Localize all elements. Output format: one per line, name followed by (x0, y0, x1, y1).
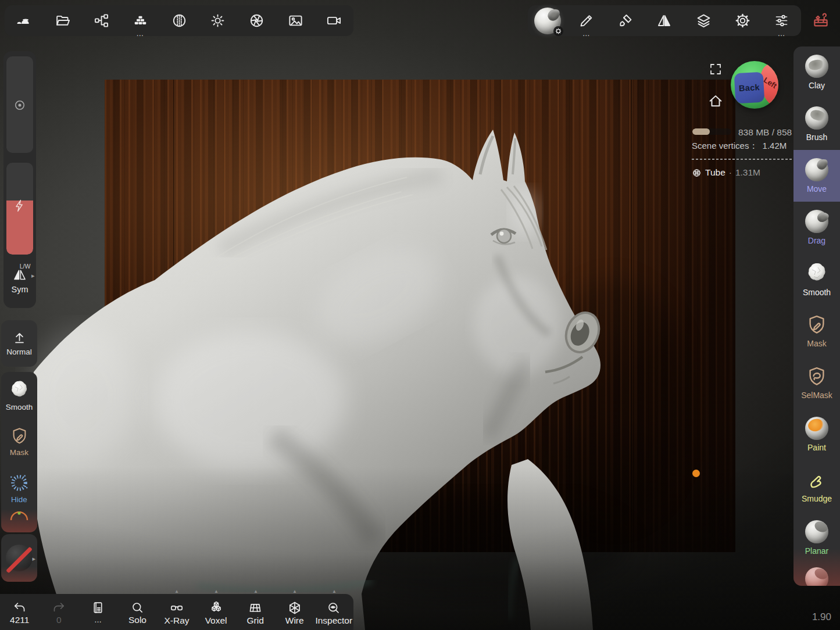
voxel-popup-caret[interactable]: ▲ (214, 589, 219, 594)
tool-label: Brush (806, 133, 828, 142)
wire-popup-caret[interactable]: ▲ (292, 589, 297, 594)
magnifier-icon (131, 601, 144, 614)
mask-shield-icon (806, 314, 828, 336)
gizmo-partial-icon[interactable] (9, 511, 29, 520)
toolbox-button[interactable] (807, 7, 834, 34)
tool-smooth[interactable]: Smooth (793, 253, 840, 305)
tool-smudge[interactable]: Smudge (793, 460, 840, 512)
history-button[interactable]: … (78, 594, 118, 630)
gear-icon (555, 28, 562, 34)
paintbrush-icon (617, 13, 633, 28)
intensity-slider[interactable] (6, 163, 33, 255)
background-image-button[interactable] (276, 5, 315, 36)
tool-label: SelMask (801, 391, 832, 400)
redo-button[interactable]: 0 (40, 594, 79, 630)
inspector-button[interactable]: Inspector (314, 594, 354, 630)
wireframe-icon (288, 601, 302, 615)
tool-brush[interactable]: Brush (793, 98, 840, 150)
matcap-sphere-icon (171, 13, 187, 28)
more-indicator: … (582, 31, 591, 36)
voxel-button[interactable]: Voxel (196, 594, 236, 630)
smudge-finger-icon (806, 469, 828, 491)
stroke-button[interactable]: … (567, 5, 606, 36)
lighting-button[interactable] (198, 5, 237, 36)
history-more: … (94, 615, 102, 625)
tool-mask[interactable]: Mask (793, 305, 840, 357)
home-view-button[interactable] (707, 93, 724, 112)
falloff-normal-button[interactable]: Normal (1, 320, 37, 367)
material-button[interactable] (160, 5, 199, 36)
wood-backdrop (105, 80, 735, 552)
sym-expand-caret[interactable]: ▸ (31, 272, 35, 280)
sym-label: Sym (3, 285, 36, 294)
tool-selmask[interactable]: SelMask (793, 357, 840, 409)
mask-label: Mask (10, 448, 28, 457)
quick-mask[interactable]: Mask (1, 418, 37, 465)
nav-back-label: Back (739, 83, 760, 93)
wood-plank-seam (631, 80, 632, 552)
nav-face-back[interactable]: Back (734, 72, 765, 104)
interface-button[interactable]: … (762, 5, 801, 36)
tool-label: Mask (807, 339, 826, 348)
symmetry-button[interactable] (645, 5, 684, 36)
camera-button[interactable] (314, 5, 353, 36)
tool-flatten-partial[interactable] (793, 564, 840, 586)
grid-popup-caret[interactable]: ▲ (253, 589, 258, 594)
undo-count: 4211 (10, 615, 29, 625)
notebook-icon (91, 601, 105, 614)
scene-meshes-button[interactable]: … (121, 5, 160, 36)
quick-hide[interactable]: Hide (1, 465, 37, 511)
painting-button[interactable] (606, 5, 645, 36)
orientation-sphere[interactable]: Left Back (731, 61, 778, 109)
intensity-bolt-icon (13, 199, 27, 213)
layers-icon (696, 13, 712, 28)
settings-button[interactable] (723, 5, 762, 36)
undo-button[interactable]: 4211 (0, 594, 40, 630)
xray-button[interactable]: X-Ray (157, 594, 196, 630)
normal-label: Normal (6, 348, 32, 356)
tool-paint[interactable]: Paint (793, 409, 840, 460)
postprocess-button[interactable] (237, 5, 276, 36)
mirror-icon (656, 13, 672, 28)
active-brush-preview[interactable] (528, 5, 567, 36)
selected-object-row[interactable]: Tube · 1.31M (692, 167, 760, 178)
tool-move-selected[interactable]: Move (793, 150, 840, 202)
redo-count: 0 (56, 615, 62, 625)
solo-button[interactable]: Solo (118, 594, 158, 630)
scene-vertices-label: Scene vertices： (692, 141, 757, 151)
brush-settings-badge[interactable] (553, 26, 563, 36)
smooth-tool-icon (805, 262, 828, 285)
xray-popup-caret[interactable]: ▲ (174, 589, 179, 594)
grid-icon (248, 601, 262, 615)
tool-label: Drag (808, 236, 825, 245)
quick-smooth[interactable]: Smooth (1, 372, 37, 418)
tool-planar[interactable]: Planar (793, 512, 840, 564)
wire-button[interactable]: Wire (275, 594, 314, 630)
inspector-popup-caret[interactable]: ▲ (332, 589, 337, 594)
fullscreen-icon (709, 62, 723, 76)
tool-label: Smudge (802, 494, 832, 503)
undo-icon (13, 601, 26, 614)
fullscreen-button[interactable] (709, 62, 723, 78)
alpha-selector[interactable]: ▸ (1, 534, 37, 582)
tool-clay[interactable]: Clay (793, 46, 840, 98)
grid-button[interactable]: Grid (235, 594, 275, 630)
folder-icon (55, 13, 71, 28)
memory-fill (692, 128, 710, 135)
tool-label: Move (807, 184, 827, 194)
layers-button[interactable] (684, 5, 723, 36)
tool-drag[interactable]: Drag (793, 202, 840, 253)
app-logo[interactable] (5, 5, 44, 36)
radius-slider[interactable] (6, 56, 33, 153)
brush-preview-sphere (534, 8, 561, 34)
home-icon (707, 93, 724, 109)
wood-plank-seam (173, 80, 174, 552)
tool-label: Paint (807, 443, 826, 452)
files-button[interactable] (44, 5, 83, 36)
app-version: 1.90 (812, 611, 831, 623)
glasses-icon (170, 601, 184, 615)
scene-graph-button[interactable] (82, 5, 121, 36)
top-left-toolbar: … (5, 5, 353, 36)
stroke-settings-group: L/W ▸ Sym (3, 51, 36, 308)
ingot-pyramid-icon (133, 13, 148, 28)
